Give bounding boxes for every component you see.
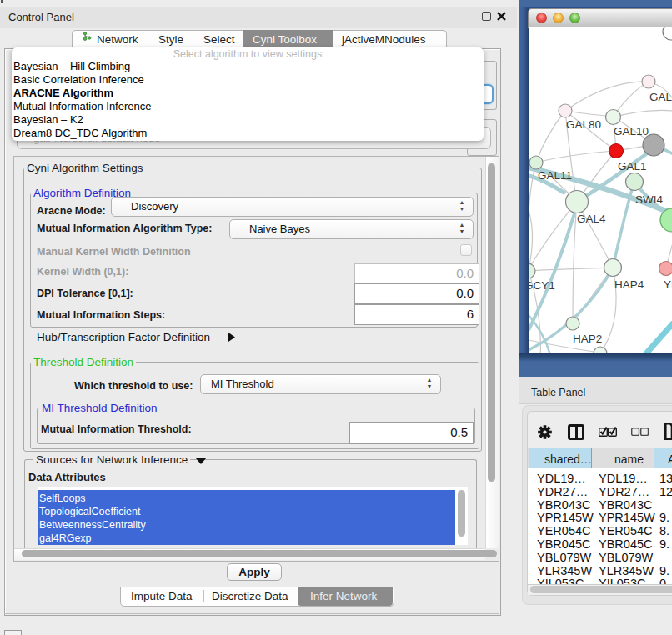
svg-text:YM: YM bbox=[664, 278, 672, 291]
svg-text:GAL10: GAL10 bbox=[614, 125, 649, 138]
svg-text:GAL2: GAL2 bbox=[649, 91, 672, 103]
svg-text:HAP4: HAP4 bbox=[614, 278, 644, 291]
svg-text:GAL11: GAL11 bbox=[538, 169, 572, 182]
svg-text:HAP2: HAP2 bbox=[573, 332, 602, 345]
svg-text:GCY1: GCY1 bbox=[529, 279, 555, 292]
svg-text:GAL1: GAL1 bbox=[618, 160, 647, 172]
svg-text:SWI4: SWI4 bbox=[635, 193, 663, 206]
svg-text:GAL4: GAL4 bbox=[577, 212, 606, 225]
svg-text:GAL80: GAL80 bbox=[566, 118, 601, 131]
